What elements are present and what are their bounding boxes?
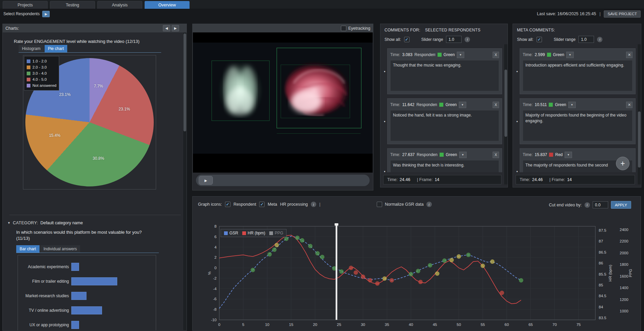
comments-subtitle: SELECTED RESPONDENTS [425,28,480,32]
svg-text:-2: -2 [213,276,217,280]
tab-pie-chart[interactable]: Pie chart [45,45,67,52]
bar[interactable] [71,277,117,285]
slider-range-label: Slider range [421,37,443,42]
delete-comment-button[interactable]: X [493,52,499,58]
color-dropdown-button[interactable]: ▼ [568,102,576,108]
comment-bullet-icon: ● [515,120,520,123]
info-icon[interactable]: i [426,202,432,207]
legend-item-gsr[interactable]: GSR [224,231,238,235]
scrollbar-thumb[interactable] [638,111,641,168]
bar[interactable] [71,263,79,271]
color-name: Green [445,102,456,107]
delete-comment-button[interactable]: X [493,102,499,108]
legend-item-ppg[interactable]: PPG [269,231,283,235]
charts-next-button[interactable]: ▶ [172,25,179,31]
tab-bar-chart[interactable]: Bar chart [16,245,40,253]
meta-scrollbar[interactable] [637,44,641,184]
charts-scrollbar[interactable] [183,33,187,330]
meta-show-all-checkbox[interactable]: ✓ [537,37,542,42]
comment-header: Time: 3.083 Respondent Green ▼ X [390,51,499,59]
bar[interactable] [71,306,102,314]
svg-text:20: 20 [313,323,317,327]
color-dropdown-button[interactable]: ▼ [566,52,574,58]
comment-text[interactable]: Introduction appears efficient and suffi… [523,60,633,91]
delete-comment-button[interactable]: ✕ [626,52,633,58]
svg-text:-4: -4 [213,287,217,291]
bar-category-label: Film or trailer editing [18,279,71,284]
select-respondents-expand-button[interactable]: ▶ [42,11,50,17]
category-row[interactable]: ▼ CATEGORY: Default category name [7,221,83,225]
comment-text[interactable]: Noticed the hand, felt it was a strong i… [390,110,499,141]
add-meta-comment-button[interactable]: + [616,157,629,170]
delete-comment-button[interactable]: ✕ [626,102,633,108]
color-dropdown-button[interactable]: ▼ [457,52,464,58]
tab-analysis[interactable]: Analysis [97,1,142,9]
meta-controls: Show all: ✓ Slider range i [513,32,641,43]
toolbar-divider: | [599,11,600,16]
comments-title: COMMENTS FOR: [385,28,420,32]
meta-checkbox[interactable]: ✓ [259,202,265,207]
charts-prev-button[interactable]: ◀ [163,25,170,31]
comment-text[interactable]: Majority of respondents found the beginn… [523,110,633,141]
eyetracking-label: Eyetracking [348,26,370,31]
svg-text:1000: 1000 [620,309,628,313]
pie-slice-label: 15.4% [49,133,60,138]
comment-bullet-icon: ● [515,170,520,173]
color-dropdown-button[interactable]: ▼ [459,152,467,158]
meta-slider-range-input[interactable] [578,36,594,43]
comment-header: Time: 10.511 Green ▼ ✕ [523,101,633,109]
comments-scrollbar[interactable] [504,44,507,184]
ppg-legend-swatch [269,231,273,235]
slider-range-input[interactable] [446,36,462,43]
show-all-checkbox[interactable]: ✓ [404,37,410,42]
legend-item-hr[interactable]: HR (bpm) [242,231,265,235]
charts-scroll-content: Rate your ENGAGEMENT level while watchin… [3,33,182,330]
info-icon[interactable]: i [597,37,602,42]
eyetracking-checkbox[interactable] [341,26,346,31]
status-frame-label: | Frame: [549,177,565,182]
color-name: Green [555,102,566,107]
svg-text:86: 86 [599,261,603,265]
scenario-question-count: (11/13) [16,235,142,241]
color-dropdown-button[interactable]: ▼ [459,102,466,108]
play-button[interactable]: ▶ [199,176,213,185]
bar-category-label: Market-research studies [18,294,71,298]
comment-text[interactable]: Was thinking that the tech is interestin… [390,160,499,172]
legend-swatch [27,84,30,87]
tab-individual-answers[interactable]: Individual answers [40,245,80,253]
scrollbar-thumb[interactable] [504,70,507,137]
video-player[interactable] [193,32,373,173]
main-tab-bar: Projects Testing Analysis Overview [0,0,644,9]
normalize-gsr-checkbox[interactable] [377,202,382,207]
bar[interactable] [71,321,79,329]
respondent-checkbox[interactable]: ✓ [225,202,230,207]
info-icon[interactable]: i [465,37,470,42]
check-icon: ✓ [405,37,408,42]
tab-overview[interactable]: Overview [145,1,190,9]
color-dropdown-button[interactable]: ▼ [565,152,572,158]
comment-card: Time: 11.642 Respondent Green ▼ X Notice… [387,98,502,144]
info-icon[interactable]: i [311,202,316,207]
info-icon[interactable]: i [585,202,590,208]
video-playbar[interactable]: ▶ [196,175,370,186]
tab-testing[interactable]: Testing [50,1,95,9]
delete-comment-button[interactable]: X [493,152,499,158]
save-project-button[interactable]: SAVE PROJECT [604,10,641,18]
playback-status-bar: Time: 24.46 | Frame: 14 [516,175,635,184]
comment-text[interactable]: Thought that the music was engaging. [390,60,499,91]
svg-text:2200: 2200 [620,239,628,243]
engagement-question-title: Rate your ENGAGEMENT level while watchin… [14,39,140,44]
respondent-label: Respondent [233,202,256,207]
meta-label: Meta [268,202,277,207]
bar-chart-container: Academic experiments Film or trailer edi… [18,255,156,331]
bar[interactable] [71,292,86,300]
comment-bullet-icon: ● [382,170,387,173]
time-value: 15.837 [535,152,547,157]
tab-projects[interactable]: Projects [3,1,48,9]
tab-histogram[interactable]: Histogram [19,45,44,52]
cut-end-video-input[interactable] [593,201,608,208]
svg-text:85.5: 85.5 [599,272,606,276]
scrollbar-thumb[interactable] [183,33,186,131]
prev-icon: ◀ [165,26,168,30]
apply-button[interactable]: APPLY [611,201,631,209]
